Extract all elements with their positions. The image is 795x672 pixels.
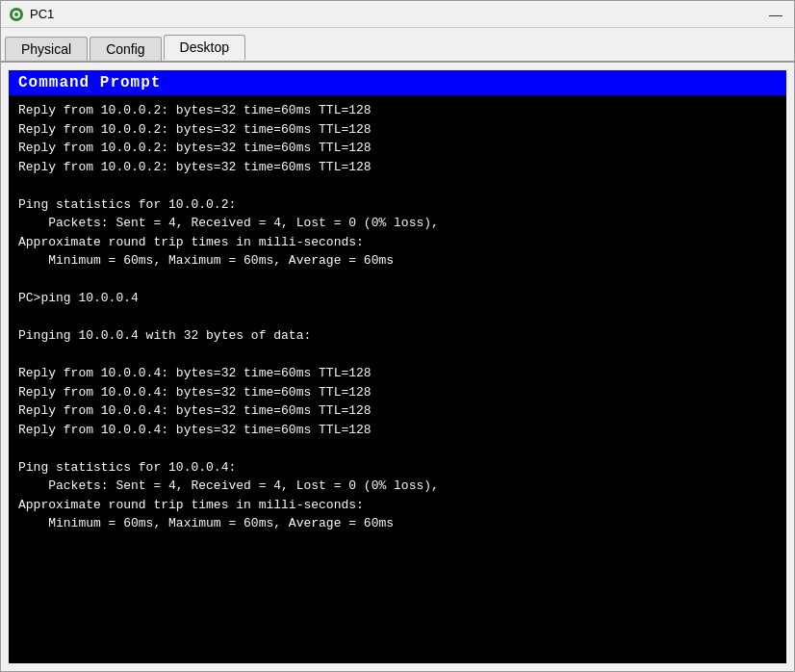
cmd-line: Approximate round trip times in milli-se… (18, 233, 777, 252)
window-title: PC1 (30, 7, 54, 21)
cmd-line: Reply from 10.0.0.4: bytes=32 time=60ms … (18, 401, 777, 421)
tab-bar: Physical Config Desktop (1, 28, 794, 63)
tab-physical[interactable]: Physical (5, 37, 88, 61)
title-bar-left: PC1 (9, 7, 54, 22)
pc-icon (9, 7, 24, 22)
cmd-line: Reply from 10.0.0.2: bytes=32 time=60ms … (18, 158, 777, 177)
cmd-line: Ping statistics for 10.0.0.4: (18, 458, 777, 478)
title-bar-right: — (765, 8, 786, 21)
cmd-line: Reply from 10.0.0.4: bytes=32 time=60ms … (18, 383, 777, 402)
cmd-line: Packets: Sent = 4, Received = 4, Lost = … (18, 477, 777, 496)
cmd-line: Ping statistics for 10.0.0.2: (18, 195, 777, 215)
cmd-line (18, 308, 777, 327)
cmd-title-bar: Command Prompt (9, 70, 786, 95)
cmd-line: Reply from 10.0.0.4: bytes=32 time=60ms … (18, 421, 777, 440)
cmd-line (18, 271, 777, 290)
command-prompt-window: Command Prompt Reply from 10.0.0.2: byte… (9, 70, 786, 663)
content-area: Command Prompt Reply from 10.0.0.2: byte… (1, 63, 794, 671)
cmd-line: Packets: Sent = 4, Received = 4, Lost = … (18, 214, 777, 233)
cmd-line: Approximate round trip times in milli-se… (18, 496, 777, 515)
svg-point-2 (14, 13, 18, 16)
cmd-line: Reply from 10.0.0.4: bytes=32 time=60ms … (18, 364, 777, 383)
cmd-body[interactable]: Reply from 10.0.0.2: bytes=32 time=60ms … (9, 95, 786, 663)
main-window: PC1 — Physical Config Desktop Command Pr… (0, 0, 795, 672)
cmd-line: Minimum = 60ms, Maximum = 60ms, Average … (18, 514, 777, 533)
cmd-line: Reply from 10.0.0.2: bytes=32 time=60ms … (18, 120, 777, 140)
cmd-line: Pinging 10.0.0.4 with 32 bytes of data: (18, 326, 777, 346)
tab-config[interactable]: Config (90, 37, 161, 61)
cmd-line: PC>ping 10.0.0.4 (18, 289, 777, 308)
cmd-line: Reply from 10.0.0.2: bytes=32 time=60ms … (18, 101, 777, 120)
minimize-button[interactable]: — (765, 8, 786, 21)
cmd-line (18, 346, 777, 365)
tab-desktop[interactable]: Desktop (164, 35, 245, 61)
cmd-line: Reply from 10.0.0.2: bytes=32 time=60ms … (18, 139, 777, 158)
title-bar: PC1 — (1, 1, 794, 28)
cmd-line (18, 439, 777, 458)
cmd-line (18, 176, 777, 195)
cmd-line: Minimum = 60ms, Maximum = 60ms, Average … (18, 251, 777, 271)
